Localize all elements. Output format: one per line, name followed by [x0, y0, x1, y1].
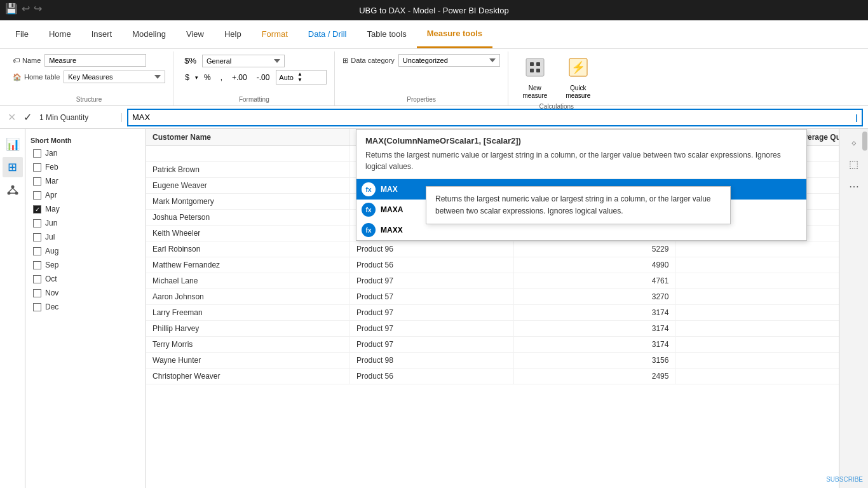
spin-down[interactable]: ▼: [296, 78, 304, 83]
calc-buttons-row: Newmeasure ⚡ Quickmeasure: [516, 54, 597, 103]
table-cell: 4761: [514, 273, 675, 289]
spin-up[interactable]: ▲: [296, 72, 304, 77]
month-checkbox[interactable]: [33, 177, 41, 186]
month-checkbox[interactable]: [33, 163, 41, 172]
ribbon-content: 🏷 Name 🏠 Home table Key Measures: [0, 48, 868, 105]
format-icon-btn[interactable]: $%: [181, 54, 200, 67]
table-row[interactable]: Aaron JohnsonProduct 5732702.00: [146, 289, 868, 305]
month-checkbox[interactable]: ✓: [33, 205, 41, 214]
formula-input-area[interactable]: MAX |: [127, 109, 863, 126]
autocomplete-item-name: MAXA: [381, 205, 403, 214]
format-symbols: $ ▾ % , +.00 -.00: [181, 71, 273, 84]
month-item[interactable]: Feb: [31, 161, 140, 173]
sidebar-icon-report[interactable]: 📊: [3, 134, 23, 154]
datacategory-select[interactable]: Uncategorized: [398, 54, 500, 67]
table-row[interactable]: Michael LaneProduct 9747613.00: [146, 273, 868, 289]
dollar-btn[interactable]: $: [181, 71, 193, 84]
month-item[interactable]: Nov: [31, 287, 140, 299]
month-name: Aug: [45, 247, 58, 255]
month-name: Mar: [45, 177, 58, 186]
month-checkbox[interactable]: [33, 275, 41, 283]
table-cell: Eugene Weaver: [146, 178, 349, 194]
decimal-less-btn[interactable]: -.00: [253, 71, 274, 84]
table-row[interactable]: Matthew FernandezProduct 5649902.00: [146, 257, 868, 273]
month-item[interactable]: Oct: [31, 273, 140, 285]
percent-btn[interactable]: %: [200, 71, 215, 84]
formula-text[interactable]: MAX: [132, 112, 855, 122]
filter-icon[interactable]: ⬦: [848, 134, 860, 151]
month-checkbox[interactable]: [33, 289, 41, 297]
save-icon[interactable]: 💾: [5, 3, 18, 15]
svg-rect-2: [536, 62, 540, 66]
tab-tabletools[interactable]: Table tools: [356, 20, 416, 48]
formula-bar: ✕ ✓ 1 Min Quantity MAX |: [0, 106, 868, 129]
month-item[interactable]: Aug: [31, 245, 140, 257]
month-item[interactable]: Jun: [31, 217, 140, 229]
table-row[interactable]: Phillip HarveyProduct 9731742.00: [146, 321, 868, 337]
month-checkbox[interactable]: [33, 233, 41, 241]
month-item[interactable]: Apr: [31, 189, 140, 201]
auto-value: Auto: [279, 74, 294, 81]
undo-icon[interactable]: ↩: [22, 3, 30, 15]
scrollbar-thumb[interactable]: [862, 132, 867, 151]
decimal-more-btn[interactable]: +.00: [228, 71, 251, 84]
comma-btn[interactable]: ,: [217, 71, 226, 84]
month-checkbox[interactable]: [33, 247, 41, 255]
table-row[interactable]: Wayne HunterProduct 9831563.00: [146, 353, 868, 369]
month-item[interactable]: ✓May: [31, 203, 140, 215]
table-cell: Product 56: [349, 369, 513, 384]
table-cell: Keith Wheeler: [146, 226, 349, 241]
tab-datadrill[interactable]: Data / Drill: [298, 20, 357, 48]
cursor: |: [855, 112, 858, 122]
table-cell: 5229: [514, 241, 675, 257]
cancel-icon[interactable]: ✕: [5, 110, 18, 125]
structure-field-group: 🏷 Name 🏠 Home table Key Measures: [13, 54, 165, 83]
more-icon[interactable]: ⋯: [846, 178, 862, 195]
table-cell: 3174: [514, 321, 675, 337]
sidebar-icon-table[interactable]: ⊞: [3, 157, 23, 177]
svg-rect-0: [526, 58, 544, 76]
new-measure-button[interactable]: Newmeasure: [516, 54, 554, 103]
tab-modeling[interactable]: Modeling: [122, 20, 176, 48]
table-row[interactable]: Christopher WeaverProduct 5624951.00: [146, 369, 868, 384]
month-item[interactable]: Dec: [31, 301, 140, 313]
tab-format[interactable]: Format: [252, 20, 298, 48]
autocomplete-item-icon: fx: [362, 203, 376, 217]
name-input[interactable]: [44, 54, 146, 67]
tab-measuretools[interactable]: Measure tools: [417, 20, 492, 48]
table-row[interactable]: Earl RobinsonProduct 9652293.00: [146, 241, 868, 257]
accept-icon[interactable]: ✓: [21, 110, 34, 125]
month-checkbox[interactable]: [33, 191, 41, 200]
month-checkbox[interactable]: [33, 261, 41, 269]
svg-point-8: [7, 192, 10, 195]
tab-file[interactable]: File: [5, 20, 39, 48]
scrollbar-track[interactable]: [862, 129, 868, 488]
table-cell: Matthew Fernandez: [146, 257, 349, 273]
tab-view[interactable]: View: [176, 20, 214, 48]
format-select[interactable]: General: [202, 55, 285, 67]
quick-measure-button[interactable]: ⚡ Quickmeasure: [559, 54, 597, 103]
table-row[interactable]: Larry FreemanProduct 9731742.00: [146, 305, 868, 321]
tab-home[interactable]: Home: [39, 20, 81, 48]
quick-access-toolbar: 💾 ↩ ↪: [5, 3, 42, 15]
sidebar-icon-model[interactable]: [3, 180, 23, 200]
month-checkbox[interactable]: [33, 219, 41, 227]
month-item[interactable]: Jan: [31, 147, 140, 159]
hometable-select[interactable]: Key Measures: [64, 71, 165, 83]
redo-icon[interactable]: ↪: [34, 3, 42, 15]
format-row2: $ ▾ % , +.00 -.00 Auto ▲ ▼: [181, 70, 327, 85]
table-cell: Mark Montgomery: [146, 194, 349, 210]
month-item[interactable]: Sep: [31, 259, 140, 271]
ribbon-tab-bar: File Home Insert Modeling View Help Form…: [0, 20, 868, 48]
month-item[interactable]: Mar: [31, 175, 140, 187]
month-checkbox[interactable]: [33, 149, 41, 158]
tab-insert[interactable]: Insert: [81, 20, 123, 48]
app-title: UBG to DAX - Model - Power BI Desktop: [359, 6, 509, 15]
table-row[interactable]: Terry MorrisProduct 9731742.00: [146, 337, 868, 353]
month-item[interactable]: Jul: [31, 231, 140, 243]
month-checkbox[interactable]: [33, 303, 41, 311]
expand-icon[interactable]: ⬚: [846, 156, 861, 173]
tab-help[interactable]: Help: [214, 20, 252, 48]
properties-field-group: ⊞ Data category Uncategorized: [342, 54, 499, 67]
watermark: SUBSCRIBE: [826, 476, 863, 483]
